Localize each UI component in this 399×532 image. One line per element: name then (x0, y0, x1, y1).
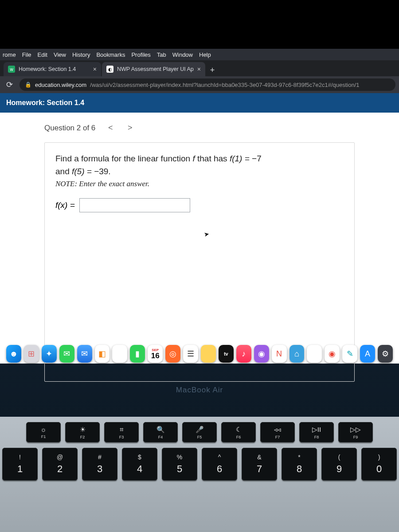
notes-icon[interactable] (201, 345, 216, 363)
app-icon[interactable]: ▥ (307, 345, 322, 363)
key-shift: # (98, 454, 102, 461)
reminders-icon[interactable]: ☰ (183, 345, 198, 363)
f3-key[interactable]: ⌗F3 (104, 422, 139, 442)
prompt-text: Find a formula for the linear function (55, 154, 192, 163)
menu-item[interactable]: Help (199, 51, 211, 58)
reload-icon[interactable]: ⟳ (4, 79, 15, 90)
key-9[interactable]: (9 (321, 448, 357, 481)
browser-toolbar: ⟳ 🔒 education.wiley.com /was/ui/v2/asses… (0, 76, 399, 93)
f7-key[interactable]: ◃◃F7 (260, 422, 295, 442)
lock-icon: 🔒 (25, 82, 31, 88)
key-1[interactable]: !1 (2, 448, 38, 481)
appstore-icon[interactable]: A (360, 345, 375, 363)
url-path: /was/ui/v2/assessment-player/index.html?… (90, 82, 359, 88)
url-host: education.wiley.com (35, 82, 86, 88)
key-label: F3 (119, 435, 124, 439)
key-2[interactable]: @2 (42, 448, 78, 481)
menu-item[interactable]: View (54, 51, 66, 58)
new-tab-button[interactable]: + (206, 64, 219, 76)
key-7[interactable]: &7 (242, 448, 277, 481)
next-question-button[interactable]: > (125, 123, 134, 133)
key-symbol: ▷II (312, 426, 321, 434)
key-5[interactable]: %5 (162, 448, 197, 481)
key-symbol: ☀ (80, 426, 86, 434)
key-label: F6 (236, 435, 241, 439)
key-main: 3 (97, 463, 102, 475)
tv-label: tv (224, 351, 228, 356)
key-symbol: ☾ (236, 426, 242, 434)
f6-key[interactable]: ☾F6 (221, 422, 256, 442)
key-shift: ! (19, 454, 21, 461)
safari-icon[interactable]: ✦ (42, 345, 57, 363)
answer-input[interactable] (79, 198, 190, 212)
tab-title: NWP Assessment Player UI Ap (117, 66, 194, 72)
app-icon[interactable]: ◧ (95, 345, 110, 363)
mac-menubar: rome File Edit View History Bookmarks Pr… (0, 49, 399, 60)
photos-icon[interactable]: ✿ (112, 345, 127, 363)
calendar-icon[interactable]: SEP 16 (148, 345, 163, 363)
menu-item[interactable]: File (22, 51, 31, 58)
tv-icon[interactable]: tv (219, 345, 234, 363)
key-label: F8 (314, 435, 319, 439)
keyboard: ☼F1 ☀F2 ⌗F3 🔍F4 🎤F5 ☾F6 ◃◃F7 ▷IIF8 ▷▷F9 … (0, 417, 399, 532)
launchpad-icon[interactable]: ⊞ (24, 345, 39, 363)
settings-icon[interactable]: ⚙ (378, 345, 393, 363)
key-label: F7 (275, 435, 280, 439)
browser-tab-active[interactable]: ◐ NWP Assessment Player UI Ap × (102, 62, 205, 76)
question-nav: Question 2 of 6 < > (44, 123, 355, 133)
f4-key[interactable]: 🔍F4 (143, 422, 178, 442)
f5-key[interactable]: 🎤F5 (182, 422, 217, 442)
key-6[interactable]: ^6 (202, 448, 237, 481)
f8-key[interactable]: ▷IIF8 (299, 422, 334, 442)
menu-item[interactable]: Edit (38, 51, 47, 58)
key-label: F4 (158, 435, 163, 439)
laptop-model-label: MacBook Air (0, 386, 399, 395)
close-icon[interactable]: × (93, 66, 97, 73)
finder-icon[interactable]: ☻ (6, 345, 21, 363)
cursor-icon: ➤ (203, 230, 210, 238)
music-icon[interactable]: ♪ (236, 345, 251, 363)
prompt-text: and (55, 167, 72, 176)
messages-icon[interactable]: ✉ (59, 345, 74, 363)
key-shift: ^ (218, 454, 221, 461)
key-shift: ( (338, 454, 340, 461)
menu-item[interactable]: History (72, 51, 90, 58)
f9-key[interactable]: ▷▷F9 (338, 422, 373, 442)
question-pager: Question 2 of 6 (44, 124, 95, 133)
key-4[interactable]: $4 (122, 448, 157, 481)
menu-item[interactable]: Profiles (131, 51, 150, 58)
menu-item[interactable]: Tab (157, 51, 166, 58)
mail-icon[interactable]: ✉ (77, 345, 92, 363)
key-label: F2 (80, 435, 85, 439)
facetime-icon[interactable]: ▮ (130, 345, 145, 363)
key-symbol: ▷▷ (350, 426, 361, 434)
app-icon[interactable]: N (272, 345, 287, 363)
menu-item[interactable]: Window (172, 51, 193, 58)
key-3[interactable]: #3 (82, 448, 117, 481)
tab-title: Homework: Section 1.4 (19, 66, 90, 72)
page-content: Homework: Section 1.4 Question 2 of 6 < … (0, 93, 399, 364)
key-main: 4 (137, 463, 142, 475)
chrome-icon[interactable]: ◉ (325, 345, 340, 363)
key-main: 6 (217, 463, 222, 475)
key-main: 9 (336, 463, 342, 475)
menu-item[interactable]: Bookmarks (96, 51, 125, 58)
key-0[interactable]: )0 (361, 448, 397, 481)
browser-tab[interactable]: w Homework: Section 1.4 × (4, 62, 101, 76)
key-main: 2 (57, 463, 63, 475)
prev-question-button[interactable]: < (106, 123, 115, 133)
key-8[interactable]: *8 (282, 448, 317, 481)
calendar-day: 16 (151, 352, 160, 360)
f2-key[interactable]: ☀F2 (65, 422, 100, 442)
podcasts-icon[interactable]: ◉ (254, 345, 269, 363)
app-icon[interactable]: ◎ (165, 345, 180, 363)
menu-item[interactable]: rome (3, 51, 16, 58)
key-main: 1 (17, 463, 23, 475)
math-text: −39. (94, 167, 111, 176)
number-key-row: !1 @2 #3 $4 %5 ^6 &7 *8 (9 )0 (2, 448, 397, 481)
address-bar[interactable]: 🔒 education.wiley.com /was/ui/v2/assessm… (20, 78, 395, 91)
app-icon[interactable]: ⌂ (289, 345, 305, 363)
close-icon[interactable]: × (197, 66, 201, 73)
app-icon[interactable]: ✎ (342, 345, 357, 363)
f1-key[interactable]: ☼F1 (26, 422, 61, 442)
